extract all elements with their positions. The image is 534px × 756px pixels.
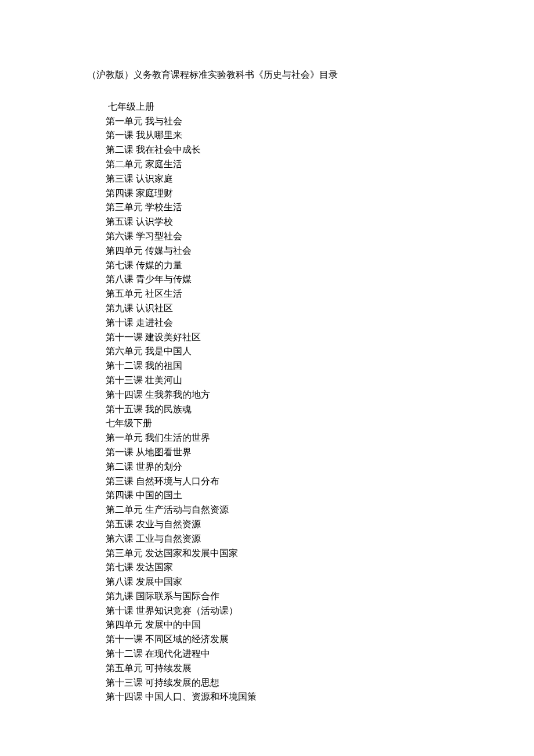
toc-line: 第五课 认识学校 <box>106 215 447 229</box>
toc-line: 第一单元 我们生活的世界 <box>106 431 447 445</box>
toc-line: 第十五课 我的民族魂 <box>106 402 447 417</box>
toc-line: 第五课 农业与自然资源 <box>106 517 447 532</box>
toc-line: 第十课 走进社会 <box>106 316 447 330</box>
toc-line: 第二课 我在社会中成长 <box>106 143 447 157</box>
toc-line: 第六课 工业与自然资源 <box>106 532 447 546</box>
toc-line: 第六单元 我是中国人 <box>106 344 447 359</box>
toc-line: 第十三课 壮美河山 <box>106 373 447 388</box>
toc-line: 第一单元 我与社会 <box>106 114 447 129</box>
toc-line: 第五单元 社区生活 <box>106 287 447 301</box>
toc-line: 第四课 家庭理财 <box>106 186 447 201</box>
toc-line: 第十三课 可持续发展的思想 <box>106 676 447 690</box>
toc-line: 第三单元 发达国家和发展中国家 <box>106 546 447 561</box>
toc-content: 七年级上册第一单元 我与社会第一课 我从哪里来第二课 我在社会中成长第二单元 家… <box>87 100 447 704</box>
toc-line: 七年级下册 <box>106 416 447 431</box>
toc-line: 第八课 青少年与传媒 <box>106 272 447 287</box>
toc-line: 第十一课 建设美好社区 <box>106 330 447 345</box>
toc-line: 第二单元 家庭生活 <box>106 157 447 172</box>
toc-line: 第七课 发达国家 <box>106 560 447 575</box>
toc-line: 第四单元 发展中的中国 <box>106 618 447 632</box>
toc-line: 第二课 世界的划分 <box>106 460 447 474</box>
toc-line: 第八课 发展中国家 <box>106 575 447 589</box>
toc-line: 第四课 中国的国土 <box>106 488 447 503</box>
toc-line: 第十一课 不同区域的经济发展 <box>106 632 447 647</box>
toc-line: 第三单元 学校生活 <box>106 200 447 215</box>
toc-line: 第三课 自然环境与人口分布 <box>106 474 447 489</box>
document-page: （沪教版）义务教育课程标准实验教科书《历史与社会》目录 七年级上册第一单元 我与… <box>0 0 534 751</box>
toc-line: 第五单元 可持续发展 <box>106 661 447 676</box>
toc-line: 第九课 认识社区 <box>106 301 447 316</box>
toc-line: 第一课 我从哪里来 <box>106 128 447 143</box>
toc-line: 第七课 传媒的力量 <box>106 258 447 273</box>
toc-line: 第九课 国际联系与国际合作 <box>106 589 447 604</box>
toc-line: 第一课 从地图看世界 <box>106 445 447 460</box>
toc-line: 第十四课 生我养我的地方 <box>106 388 447 402</box>
toc-line: 第十课 世界知识竞赛（活动课） <box>106 604 447 618</box>
toc-line: 七年级上册 <box>106 100 447 114</box>
toc-line: 第六课 学习型社会 <box>106 229 447 244</box>
toc-line: 第三课 认识家庭 <box>106 172 447 186</box>
toc-line: 第十二课 我的祖国 <box>106 359 447 373</box>
document-title: （沪教版）义务教育课程标准实验教科书《历史与社会》目录 <box>87 67 447 84</box>
toc-line: 第十二课 在现代化进程中 <box>106 647 447 661</box>
toc-line: 第十四课 中国人口、资源和环境国策 <box>106 690 447 704</box>
toc-line: 第二单元 生产活动与自然资源 <box>106 503 447 517</box>
toc-line: 第四单元 传媒与社会 <box>106 244 447 258</box>
